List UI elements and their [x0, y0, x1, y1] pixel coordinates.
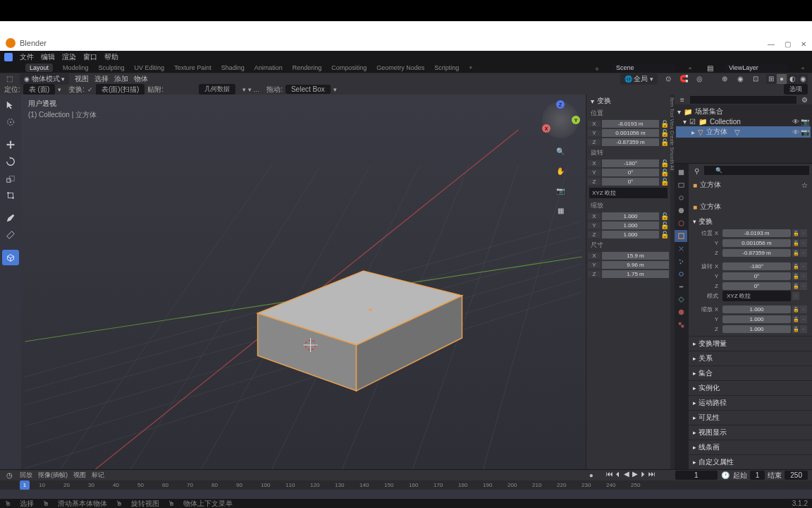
- tool-rotate[interactable]: [2, 154, 19, 169]
- tab-texture[interactable]: Texture Paint: [174, 64, 211, 71]
- tool-cursor[interactable]: [2, 114, 19, 130]
- prop-section-0[interactable]: ▸ 变换增量: [689, 336, 812, 351]
- tab-layout[interactable]: Layout: [25, 64, 53, 72]
- prop-tab-constraint[interactable]: [675, 281, 687, 293]
- 3d-viewport[interactable]: 用户透视 (1) Collection | 立方体 Z Y X 🔍 ✋ 📷 ▦: [21, 95, 586, 469]
- maximize-button[interactable]: ▢: [785, 40, 791, 48]
- minimize-button[interactable]: —: [768, 40, 775, 48]
- prop-tab-viewlayer[interactable]: [675, 192, 687, 204]
- pivot-icon[interactable]: ⊙: [663, 74, 673, 84]
- prop-breadcrumb[interactable]: ■立方体☆: [689, 178, 812, 192]
- tool-add-cube[interactable]: [2, 250, 19, 265]
- timeline-ruler[interactable]: 1 10203040506070809010011012013014015016…: [0, 480, 812, 490]
- menu-file[interactable]: 文件: [20, 52, 34, 62]
- prop-search[interactable]: [704, 166, 809, 175]
- p-scale-x[interactable]: 1.000: [722, 306, 791, 313]
- rot-z[interactable]: 0°: [602, 178, 659, 186]
- current-frame-field[interactable]: 1: [675, 471, 718, 480]
- play-icon[interactable]: ▶: [632, 471, 639, 478]
- prop-section-3[interactable]: ▸ 实例化: [689, 380, 812, 395]
- gizmo-toggle-icon[interactable]: ⊕: [720, 74, 730, 84]
- scale-z[interactable]: 1.000: [602, 231, 659, 238]
- header-object[interactable]: 物体: [134, 74, 148, 84]
- prop-tab-scene[interactable]: [675, 205, 687, 217]
- prop-section-1[interactable]: ▸ 关系: [689, 351, 812, 365]
- tool-measure[interactable]: [2, 227, 19, 243]
- outliner-filter-icon[interactable]: ⚙: [799, 95, 809, 104]
- timeline-track[interactable]: [0, 490, 812, 500]
- tool-select[interactable]: [2, 97, 19, 113]
- axis-x-icon[interactable]: X: [542, 124, 550, 133]
- p-scale-z[interactable]: 1.000: [722, 325, 791, 333]
- zoom-icon[interactable]: 🔍: [553, 144, 567, 158]
- viewlayer-icon[interactable]: ▤: [705, 63, 715, 73]
- tree-collection[interactable]: ▾☑📁Collection👁📷: [676, 117, 811, 126]
- prop-tab-render[interactable]: [675, 167, 687, 179]
- pan-icon[interactable]: ✋: [553, 164, 567, 178]
- tab-modeling[interactable]: Modeling: [63, 64, 89, 71]
- rot-x[interactable]: -180°: [602, 159, 659, 167]
- loc-y[interactable]: 0.001056 m: [602, 129, 659, 137]
- scene-name-input[interactable]: [612, 64, 675, 72]
- dim-x[interactable]: 15.9 m: [602, 252, 669, 260]
- tool-scale[interactable]: [2, 171, 19, 186]
- axis-y-icon[interactable]: Y: [572, 116, 580, 124]
- tree-scene-collection[interactable]: ▾📁场景集合: [676, 106, 811, 117]
- scene-icon[interactable]: ⬨: [592, 63, 602, 73]
- prop-tab-material[interactable]: [675, 306, 687, 318]
- tab-sculpting[interactable]: Sculpting: [99, 64, 125, 71]
- loc-z[interactable]: -0.87359 m: [602, 138, 659, 146]
- new-scene-icon[interactable]: ▫: [685, 63, 695, 73]
- prop-tab-physics[interactable]: [675, 268, 687, 280]
- editor-type-icon[interactable]: ⬚: [4, 74, 14, 84]
- tool-annotate[interactable]: [2, 210, 19, 226]
- prop-tab-object[interactable]: [675, 230, 687, 242]
- mode-selector[interactable]: ◉ 物体模式 ▾: [20, 73, 69, 85]
- prop-section-6[interactable]: ▸ 视图显示: [689, 425, 812, 440]
- p-scale-y[interactable]: 1.000: [722, 315, 791, 323]
- perspective-icon[interactable]: ▦: [553, 203, 567, 217]
- jump-start-icon[interactable]: ⏮: [606, 471, 613, 478]
- p-loc-x[interactable]: -8.0193 m: [722, 229, 791, 237]
- prop-tab-modifier[interactable]: [675, 243, 687, 255]
- prop-section-7[interactable]: ▸ 线条画: [689, 440, 812, 454]
- rot-y[interactable]: 0°: [602, 169, 659, 176]
- menu-render[interactable]: 渲染: [62, 52, 76, 62]
- p-rot-mode[interactable]: XYZ 欧拉: [722, 291, 791, 301]
- tree-cube[interactable]: ▸▽立方体▽👁📷: [676, 126, 811, 138]
- prop-tab-texture[interactable]: [675, 319, 687, 331]
- prop-section-5[interactable]: ▸ 可见性: [689, 410, 812, 425]
- proportional-icon[interactable]: ◎: [694, 74, 704, 84]
- tab-add[interactable]: +: [469, 64, 472, 71]
- orientation-dropdown[interactable]: 🌐 全局 ▾: [620, 73, 658, 85]
- scale-y[interactable]: 1.000: [602, 222, 659, 229]
- viewlayer-name-input[interactable]: [725, 64, 788, 72]
- dim-z[interactable]: 1.75 m: [602, 270, 669, 278]
- p-rot-y[interactable]: 0°: [722, 272, 791, 280]
- prop-tab-output[interactable]: [675, 179, 687, 191]
- loc-x[interactable]: -8.0193 m: [602, 120, 659, 128]
- close-button[interactable]: ✕: [801, 40, 806, 48]
- p-loc-z[interactable]: -0.87359 m: [722, 249, 791, 257]
- timeline-playback[interactable]: 回放: [20, 471, 32, 480]
- menu-edit[interactable]: 编辑: [41, 52, 55, 62]
- prop-section-2[interactable]: ▸ 集合: [689, 365, 812, 380]
- jump-end-icon[interactable]: ⏭: [648, 471, 656, 478]
- autokey-icon[interactable]: ●: [586, 471, 596, 480]
- shading-wireframe-icon[interactable]: ⊞: [766, 74, 776, 84]
- timeline-type-icon[interactable]: ◷: [4, 471, 14, 480]
- tab-compositing[interactable]: Compositing: [331, 64, 367, 71]
- prop-tab-particle[interactable]: [675, 255, 687, 267]
- camera-view-icon[interactable]: 📷: [553, 183, 567, 198]
- prop-section-8[interactable]: ▸ 自定义属性: [689, 454, 812, 469]
- rotation-mode[interactable]: XYZ 欧拉: [589, 188, 668, 198]
- sub-options[interactable]: 选项: [784, 84, 808, 95]
- next-key-icon[interactable]: ⏵: [640, 471, 647, 478]
- sub-geometry[interactable]: 几何数据: [199, 84, 235, 95]
- xray-icon[interactable]: ⊡: [751, 74, 761, 84]
- lock-range-icon[interactable]: 🕐: [720, 471, 730, 480]
- shading-matprev-icon[interactable]: ◐: [787, 74, 797, 84]
- header-view[interactable]: 视图: [75, 74, 89, 84]
- tab-animation[interactable]: Animation: [254, 64, 283, 71]
- cube-object[interactable]: [258, 271, 462, 391]
